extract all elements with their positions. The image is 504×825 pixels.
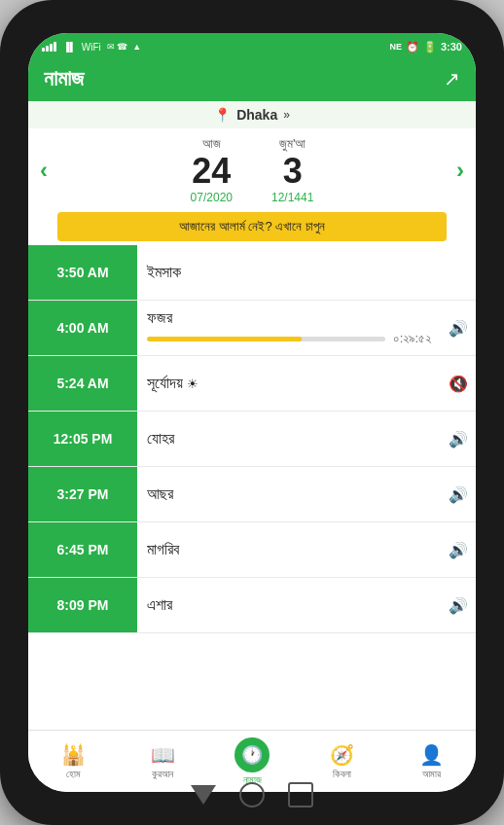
prayer-name: যোহর bbox=[147, 430, 431, 448]
prayer-sound-icon[interactable]: 🔊 bbox=[441, 596, 476, 615]
prayer-name: আছর bbox=[147, 485, 431, 503]
prayer-progress: ০:২৯:৫২ bbox=[147, 331, 431, 346]
prayer-info: আছর bbox=[137, 485, 441, 503]
calendar-next-button[interactable]: › bbox=[456, 157, 464, 184]
status-bar: ▐▌ WiFi ✉ ☎ ▲ NE ⏰ 🔋 3:30 bbox=[28, 33, 476, 60]
share-button[interactable]: ↗ bbox=[444, 67, 460, 90]
location-city: Dhaka bbox=[236, 107, 277, 123]
prayer-info: ইমসাক bbox=[137, 264, 441, 281]
prayer-info: সূর্যোদয় ☀ bbox=[137, 375, 441, 392]
recents-button[interactable] bbox=[288, 782, 313, 807]
calendar-prev-button[interactable]: ‹ bbox=[40, 157, 48, 184]
prayer-time: 5:24 AM bbox=[28, 356, 137, 411]
prayer-name: ইমসাক bbox=[147, 264, 431, 281]
app-header: নামাজ ↗ bbox=[28, 60, 476, 101]
nav-icon-quran: 📖 bbox=[151, 743, 175, 767]
signal-icon: ▐▌ bbox=[63, 42, 76, 52]
nav-active-icon: 🕐 bbox=[234, 737, 270, 772]
prayer-info: ফজর০:২৯:৫২ bbox=[137, 309, 441, 346]
prayer-time: 3:27 PM bbox=[28, 467, 137, 521]
status-right: NE ⏰ 🔋 3:30 bbox=[389, 41, 462, 54]
prayer-name: ফজর bbox=[147, 309, 431, 327]
prayer-sound-icon[interactable]: 🔊 bbox=[441, 430, 476, 448]
location-pin-icon: 📍 bbox=[214, 107, 231, 123]
today-date-sub: 07/2020 bbox=[191, 191, 233, 204]
prayer-time: 4:00 AM bbox=[28, 301, 137, 355]
jumma-date-col: জুম'আ 3 12/1441 bbox=[271, 136, 313, 204]
prayer-time: 6:45 PM bbox=[28, 522, 137, 577]
prayer-row[interactable]: 6:45 PMমাগরিব🔊 bbox=[28, 522, 476, 578]
alarm-icon: ⏰ bbox=[406, 41, 419, 54]
notification-icon: ▲ bbox=[132, 42, 141, 52]
phone-screen: ▐▌ WiFi ✉ ☎ ▲ NE ⏰ 🔋 3:30 নামাজ ↗ 📍 Dhak… bbox=[28, 33, 476, 792]
location-arrow-icon: » bbox=[283, 108, 290, 122]
alarm-banner[interactable]: আজানের আলার্ম নেই? এখানে চাপুন bbox=[57, 212, 447, 241]
prayer-name: মাগরিব bbox=[147, 541, 431, 558]
phone-frame: ▐▌ WiFi ✉ ☎ ▲ NE ⏰ 🔋 3:30 নামাজ ↗ 📍 Dhak… bbox=[0, 0, 504, 825]
jumma-label: জুম'আ bbox=[271, 136, 313, 152]
nav-label-home: হোম bbox=[66, 769, 81, 780]
prayer-sound-icon[interactable]: 🔊 bbox=[441, 541, 476, 559]
phone-navigation-bar bbox=[191, 782, 313, 807]
jumma-date: 3 bbox=[271, 154, 313, 189]
nav-item-amar[interactable]: 👤আমার bbox=[386, 731, 476, 792]
nav-item-home[interactable]: 🕌হোম bbox=[28, 731, 118, 792]
app-title: নামাজ bbox=[44, 66, 84, 91]
nfc-icon: NE bbox=[389, 42, 402, 52]
calendar-dates: আজ 24 07/2020 জুম'আ 3 12/1441 bbox=[191, 136, 314, 204]
prayer-info: এশার bbox=[137, 596, 441, 614]
prayer-row[interactable]: 3:50 AMইমসাক bbox=[28, 245, 476, 301]
prayer-time: 12:05 PM bbox=[28, 412, 137, 466]
prayer-name: এশার bbox=[147, 596, 431, 614]
nav-icon-qibla: 🧭 bbox=[330, 743, 354, 767]
today-date: 24 bbox=[191, 154, 233, 189]
today-label: আজ bbox=[191, 136, 233, 152]
jumma-date-sub: 12/1441 bbox=[271, 191, 313, 204]
prayer-name: সূর্যোদয় ☀ bbox=[147, 375, 431, 392]
prayer-row[interactable]: 12:05 PMযোহর🔊 bbox=[28, 412, 476, 467]
calendar-section: ‹ আজ 24 07/2020 জুম'আ 3 12/1441 › bbox=[28, 128, 476, 212]
today-date-col: আজ 24 07/2020 bbox=[191, 136, 233, 204]
prayer-time: 8:09 PM bbox=[28, 578, 137, 632]
time-display: 3:30 bbox=[441, 41, 462, 53]
status-left: ▐▌ WiFi ✉ ☎ ▲ bbox=[42, 42, 141, 53]
wifi-icon: WiFi bbox=[82, 42, 101, 53]
nav-label-quran: কুরআন bbox=[152, 769, 173, 780]
prayer-row[interactable]: 4:00 AMফজর০:২৯:৫২🔊 bbox=[28, 301, 476, 356]
progress-bar-bg bbox=[147, 337, 385, 341]
message-icon: ✉ ☎ bbox=[107, 42, 128, 52]
home-button[interactable] bbox=[239, 782, 265, 807]
prayer-list: 3:50 AMইমসাক4:00 AMফজর০:২৯:৫২🔊5:24 AMসূর… bbox=[28, 245, 476, 730]
nav-icon-amar: 👤 bbox=[419, 743, 444, 767]
prayer-sound-icon[interactable]: 🔇 bbox=[441, 375, 476, 393]
nav-icon-home: 🕌 bbox=[61, 743, 86, 767]
prayer-info: মাগরিব bbox=[137, 541, 441, 558]
prayer-sound-icon[interactable]: 🔊 bbox=[441, 485, 476, 504]
prayer-countdown: ০:২৯:৫২ bbox=[393, 331, 431, 346]
progress-bar-fill bbox=[147, 337, 302, 341]
prayer-row[interactable]: 8:09 PMএশার🔊 bbox=[28, 578, 476, 633]
prayer-info: যোহর bbox=[137, 430, 441, 448]
back-button[interactable] bbox=[191, 785, 216, 805]
prayer-sound-icon[interactable]: 🔊 bbox=[441, 319, 476, 338]
nav-label-amar: আমার bbox=[422, 769, 441, 780]
location-bar[interactable]: 📍 Dhaka » bbox=[28, 101, 476, 128]
prayer-row[interactable]: 3:27 PMআছর🔊 bbox=[28, 467, 476, 522]
prayer-row[interactable]: 5:24 AMসূর্যোদয় ☀🔇 bbox=[28, 356, 476, 412]
battery-icon: 🔋 bbox=[423, 41, 437, 54]
nav-label-qibla: কিবলা bbox=[333, 769, 351, 780]
prayer-time: 3:50 AM bbox=[28, 245, 137, 300]
